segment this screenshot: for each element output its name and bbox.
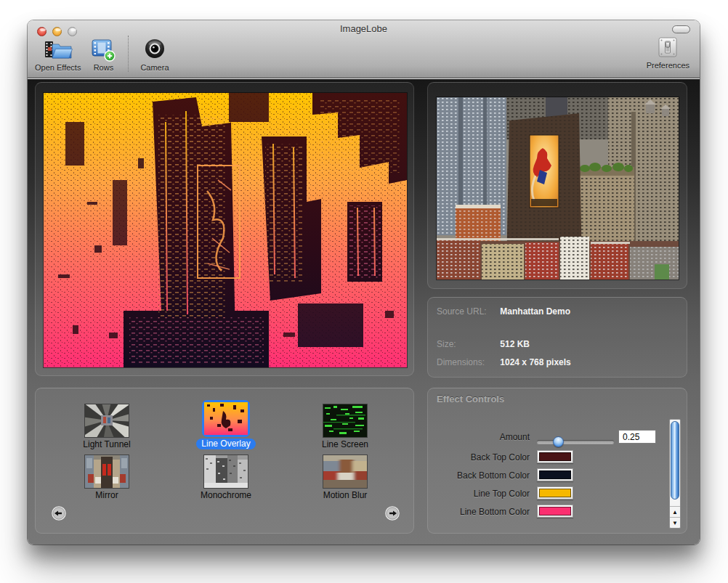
effect-label-light-tunnel: Light Tunnel — [78, 439, 135, 450]
scrollbar-down-button[interactable]: ▼ — [670, 517, 680, 528]
scrollbar-up-button[interactable]: ▲ — [670, 506, 680, 517]
preferences-icon — [655, 36, 680, 60]
effect-label-motion-blur: Motion Blur — [318, 490, 373, 501]
open-effects-button[interactable]: Open Effects — [35, 38, 81, 72]
effect-label-line-screen: Line Screen — [317, 439, 373, 450]
image-info-panel: Source URL: Manhattan Demo Size: 512 KB … — [427, 297, 687, 378]
toolbar-separator — [128, 36, 129, 72]
app-window: ImageLobe — [28, 20, 700, 545]
effects-browser-panel: Light Tunnel — [35, 388, 414, 534]
rows-button[interactable]: Rows — [90, 38, 116, 72]
light-tunnel-thumbnail — [85, 404, 129, 437]
preferences-button[interactable]: Preferences — [647, 36, 689, 70]
line-bottom-color-swatch — [539, 507, 571, 515]
open-effects-icon — [44, 38, 73, 62]
line-overlay-thumbnail — [204, 402, 248, 435]
content-area: Source URL: Manhattan Demo Size: 512 KB … — [28, 79, 700, 545]
line-bottom-color-label: Line Bottom Color — [434, 507, 530, 517]
back-bottom-color-well[interactable] — [537, 468, 573, 481]
effects-next-button[interactable] — [385, 506, 400, 521]
effect-item-mirror[interactable]: Mirror — [56, 455, 158, 501]
effect-preview-panel — [35, 82, 414, 376]
effect-label-line-overlay: Line Overlay — [196, 439, 255, 449]
effect-item-light-tunnel[interactable]: Light Tunnel — [56, 404, 158, 450]
line-bottom-color-well[interactable] — [537, 505, 573, 518]
selection-highlight — [202, 400, 250, 437]
size-value: 512 KB — [500, 339, 530, 349]
source-url-label: Source URL: — [437, 306, 498, 317]
camera-icon — [142, 38, 167, 62]
amount-slider-track[interactable] — [537, 440, 614, 444]
source-url-value: Manhattan Demo — [500, 306, 570, 317]
line-top-color-well[interactable] — [537, 486, 573, 500]
effect-item-line-overlay[interactable]: Line Overlay — [175, 400, 277, 449]
line-screen-thumbnail — [323, 404, 367, 437]
effect-item-line-screen[interactable]: Line Screen — [294, 404, 396, 450]
titlebar-toolbar: ImageLobe — [28, 20, 700, 78]
amount-label: Amount — [434, 432, 530, 442]
info-row-dimensions: Dimensions: 1024 x 768 pixels — [437, 357, 678, 367]
toolbar-left-group: Open Effects — [35, 36, 169, 72]
arrow-up-icon: ▲ — [672, 509, 678, 515]
line-top-color-swatch — [539, 489, 571, 497]
effect-preview-image — [44, 93, 407, 367]
effect-label-mirror: Mirror — [90, 490, 123, 501]
back-bottom-color-label: Back Bottom Color — [434, 470, 530, 481]
scrollbar-thumb[interactable] — [671, 421, 679, 500]
source-image — [437, 97, 679, 280]
effects-prev-button[interactable] — [52, 506, 66, 521]
toolbar-toggle-pill-button[interactable] — [672, 25, 690, 33]
toolbar-right-group: Preferences — [647, 36, 689, 70]
back-bottom-color-swatch — [539, 470, 571, 479]
effect-item-monochrome[interactable]: Monochrome — [175, 455, 277, 501]
amount-slider-thumb[interactable] — [553, 436, 564, 447]
open-effects-label: Open Effects — [35, 63, 81, 72]
source-image-panel — [427, 82, 687, 289]
back-top-color-label: Back Top Color — [434, 452, 530, 462]
camera-button[interactable]: Camera — [140, 38, 169, 72]
dimensions-label: Dimensions: — [437, 357, 498, 367]
dimensions-value: 1024 x 768 pixels — [500, 357, 570, 367]
arrow-down-icon: ▼ — [672, 520, 678, 526]
line-top-color-label: Line Top Color — [434, 489, 530, 499]
info-row-source-url: Source URL: Manhattan Demo — [437, 306, 678, 317]
effect-controls-title: Effect Controls — [437, 394, 504, 404]
monochrome-thumbnail — [204, 455, 248, 488]
back-top-color-swatch — [539, 452, 571, 461]
effect-controls-panel: Effect Controls Amount Back Top Color Ba… — [427, 388, 687, 534]
effect-label-monochrome: Monochrome — [195, 490, 256, 501]
back-top-color-well[interactable] — [537, 450, 573, 463]
window-title: ImageLobe — [28, 23, 700, 34]
camera-label: Camera — [140, 63, 169, 72]
effect-item-motion-blur[interactable]: Motion Blur — [294, 455, 396, 501]
amount-slider[interactable] — [537, 436, 614, 447]
preferences-label: Preferences — [647, 61, 689, 70]
info-row-size: Size: 512 KB — [437, 339, 678, 349]
rows-icon — [90, 38, 116, 62]
mirror-thumbnail — [85, 455, 129, 488]
rows-label: Rows — [94, 63, 114, 72]
motion-blur-thumbnail — [323, 455, 367, 488]
amount-value-field[interactable] — [618, 430, 656, 444]
controls-scrollbar[interactable]: ▲ ▼ — [669, 419, 681, 529]
size-label: Size: — [437, 339, 498, 349]
